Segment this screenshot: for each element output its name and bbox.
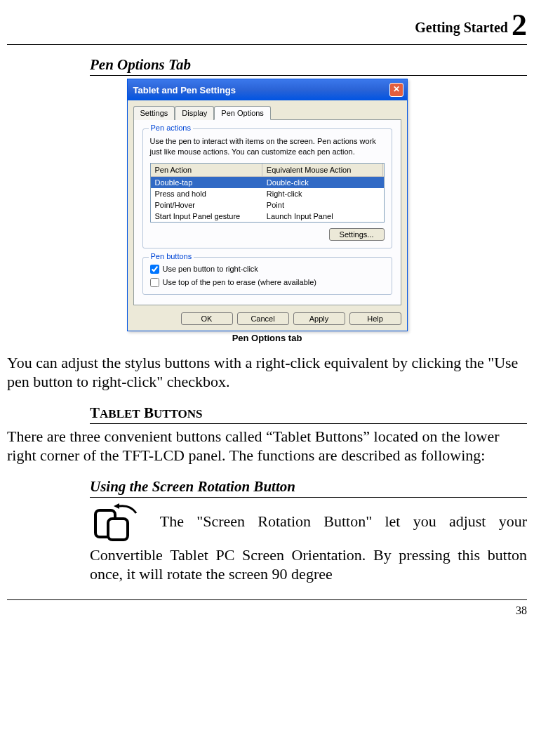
checkbox-label: Use pen button to right-click	[163, 265, 258, 273]
settings-button[interactable]: Settings...	[329, 228, 385, 241]
apply-button[interactable]: Apply	[293, 312, 345, 325]
tab-pen-options[interactable]: Pen Options	[214, 106, 271, 120]
tab-content: Pen actions Use the pen to interact with…	[133, 119, 401, 305]
ok-button[interactable]: OK	[181, 312, 233, 325]
svg-marker-2	[114, 503, 119, 509]
cell-action: Start Input Panel gesture	[151, 211, 262, 222]
cell-action: Point/Hover	[151, 199, 262, 211]
checkbox-row-right-click: Use pen button to right-click	[150, 265, 385, 274]
groupbox-label: Pen actions	[149, 124, 193, 132]
page-footer: 38	[7, 599, 527, 617]
paragraph-1: You can adjust the stylus buttons with a…	[7, 353, 527, 392]
dialog-title: Tablet and Pen Settings	[133, 85, 236, 95]
groupbox-label: Pen buttons	[149, 252, 194, 260]
chapter-number: 2	[512, 8, 527, 42]
listview-pen-actions[interactable]: Pen Action Equivalent Mouse Action Doubl…	[150, 163, 385, 223]
checkbox-label: Use top of the pen to erase (where avail…	[163, 278, 317, 286]
tab-settings[interactable]: Settings	[133, 106, 175, 120]
section-title-pen-options: Pen Options Tab	[90, 56, 527, 76]
cell-action: Double-tap	[151, 177, 262, 188]
dialog-tablet-pen-settings: Tablet and Pen Settings ✕ Settings Displ…	[127, 79, 408, 331]
listview-row[interactable]: Press and hold Right-click	[151, 188, 384, 199]
figure-caption: Pen Options tab	[7, 333, 527, 343]
cell-equiv: Point	[262, 199, 384, 211]
checkbox-row-erase: Use top of the pen to erase (where avail…	[150, 278, 385, 287]
groupbox-desc: Use the pen to interact with items on th…	[150, 136, 385, 157]
cell-equiv: Right-click	[262, 188, 384, 199]
listview-row[interactable]: Point/Hover Point	[151, 199, 384, 211]
checkbox-right-click[interactable]	[150, 265, 159, 274]
page-number: 38	[516, 604, 527, 616]
paragraph-3: The "Screen Rotation Button" let you adj…	[90, 500, 527, 584]
cancel-button[interactable]: Cancel	[237, 312, 289, 325]
checkbox-erase[interactable]	[150, 278, 159, 287]
paragraph-2: There are three convenient buttons calle…	[7, 427, 527, 465]
cell-equiv: Launch Input Panel	[262, 211, 384, 222]
chapter-title: Getting Started	[415, 20, 512, 35]
rotation-text: The "Screen Rotation Button" let you adj…	[90, 512, 527, 583]
dialog-button-row: OK Cancel Apply Help	[133, 312, 401, 325]
titlebar: Tablet and Pen Settings ✕	[128, 79, 407, 100]
svg-rect-1	[108, 519, 128, 540]
listview-row[interactable]: Start Input Panel gesture Launch Input P…	[151, 211, 384, 222]
page-header: Getting Started 2	[7, 7, 527, 45]
cell-action: Press and hold	[151, 188, 262, 199]
listview-row[interactable]: Double-tap Double-click	[151, 177, 384, 188]
help-button[interactable]: Help	[349, 312, 401, 325]
cell-equiv: Double-click	[262, 177, 384, 188]
header-pen-action: Pen Action	[151, 164, 262, 176]
section-title-rotation: Using the Screen Rotation Button	[90, 478, 527, 498]
groupbox-pen-buttons: Pen buttons Use pen button to right-clic…	[142, 257, 392, 295]
close-button[interactable]: ✕	[389, 83, 403, 97]
rotation-icon	[90, 500, 146, 543]
heading-tablet-buttons: TABLET BUTTONS	[90, 404, 527, 424]
tab-display[interactable]: Display	[175, 106, 214, 120]
groupbox-pen-actions: Pen actions Use the pen to interact with…	[142, 128, 392, 248]
header-equiv: Equivalent Mouse Action	[262, 164, 384, 176]
listview-header: Pen Action Equivalent Mouse Action	[151, 164, 384, 177]
tab-strip: Settings Display Pen Options	[133, 106, 401, 120]
